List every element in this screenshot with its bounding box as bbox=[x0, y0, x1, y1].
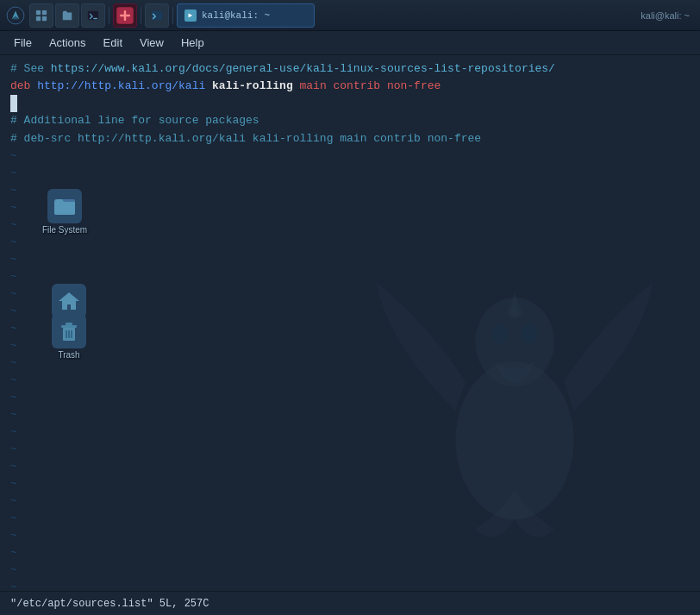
tilde-22: ~ bbox=[10, 510, 700, 527]
terminal-tab-icon: ▶ bbox=[184, 9, 197, 22]
svg-rect-2 bbox=[42, 9, 47, 14]
line2-url: http://http.kali.org/kali bbox=[37, 78, 212, 95]
line2-main: main contrib non-free bbox=[299, 78, 441, 95]
editor-content: # See https://www.kali.org/docs/general-… bbox=[0, 55, 700, 591]
tilde-16: ~ bbox=[10, 406, 700, 424]
tilde-8: ~ bbox=[10, 268, 700, 286]
tilde-11: ~ bbox=[10, 320, 700, 337]
tilde-26: ~ bbox=[10, 579, 700, 591]
dark-terminal-btn[interactable] bbox=[81, 3, 105, 28]
tilde-7: ~ bbox=[10, 251, 700, 268]
taskbar-sep-3 bbox=[172, 7, 173, 24]
tilde-20: ~ bbox=[10, 475, 700, 493]
red-icon-btn[interactable] bbox=[113, 3, 137, 28]
taskbar-right-label: kali@kali: ~ bbox=[641, 10, 697, 21]
tilde-1: ~ bbox=[10, 147, 700, 165]
editor-line-4: # Additional line for source packages bbox=[0, 112, 700, 129]
editor-line-3 bbox=[0, 95, 700, 112]
tilde-6: ~ bbox=[10, 234, 700, 251]
line2-kalirolling: kali-rolling bbox=[212, 78, 299, 95]
menu-view[interactable]: View bbox=[133, 34, 171, 52]
tilde-14: ~ bbox=[10, 372, 700, 389]
tilde-10: ~ bbox=[10, 303, 700, 320]
menu-edit[interactable]: Edit bbox=[97, 34, 129, 52]
tilde-4: ~ bbox=[10, 199, 700, 217]
tilde-25: ~ bbox=[10, 562, 700, 579]
tilde-21: ~ bbox=[10, 493, 700, 510]
tilde-19: ~ bbox=[10, 458, 700, 475]
editor-cursor bbox=[10, 95, 17, 112]
statusbar-text: "/etc/apt/sources.list" 5L, 257C bbox=[10, 598, 209, 610]
tilde-9: ~ bbox=[10, 286, 700, 303]
file-manager-btn[interactable] bbox=[55, 3, 79, 28]
tilde-12: ~ bbox=[10, 337, 700, 355]
kali-logo-icon[interactable] bbox=[3, 3, 28, 28]
menu-help[interactable]: Help bbox=[174, 34, 211, 52]
editor-line-5: # deb-src http://http.kali.org/kali kali… bbox=[0, 130, 700, 147]
svg-rect-1 bbox=[36, 9, 41, 14]
svg-rect-3 bbox=[36, 16, 41, 20]
tilde-3: ~ bbox=[10, 182, 700, 199]
svg-rect-4 bbox=[42, 16, 47, 20]
tilde-24: ~ bbox=[10, 544, 700, 562]
menubar: File Actions Edit View Help bbox=[0, 31, 700, 55]
line2-deb: deb bbox=[10, 78, 37, 95]
statusbar: "/etc/apt/sources.list" 5L, 257C bbox=[0, 591, 700, 615]
workspace-switcher-btn[interactable] bbox=[29, 3, 53, 28]
active-terminal-tab[interactable]: ▶ kali@kali: ~ bbox=[177, 3, 315, 28]
line1-url: https://www.kali.org/docs/general-use/ka… bbox=[51, 60, 555, 78]
taskbar: ▶ kali@kali: ~ kali@kali: ~ bbox=[0, 0, 700, 31]
tilde-15: ~ bbox=[10, 389, 700, 406]
line1-comment: # See bbox=[10, 60, 51, 78]
tilde-23: ~ bbox=[10, 527, 700, 544]
taskbar-sep-1 bbox=[109, 7, 109, 24]
tilde-2: ~ bbox=[10, 165, 700, 182]
line4-comment: # Additional line for source packages bbox=[10, 112, 259, 129]
tilde-18: ~ bbox=[10, 441, 700, 458]
tilde-5: ~ bbox=[10, 217, 700, 234]
editor-line-2: deb http://http.kali.org/kali kali-rolli… bbox=[0, 78, 700, 95]
terminal-tab-label: kali@kali: ~ bbox=[202, 10, 270, 21]
terminal-small-btn[interactable] bbox=[145, 3, 169, 28]
editor-line-1: # See https://www.kali.org/docs/general-… bbox=[0, 60, 700, 78]
tilde-lines: ~ ~ ~ ~ ~ ~ ~ ~ ~ ~ ~ ~ ~ ~ ~ ~ ~ ~ ~ ~ … bbox=[0, 147, 700, 591]
taskbar-sep-2 bbox=[141, 7, 141, 24]
tilde-17: ~ bbox=[10, 424, 700, 441]
menu-actions[interactable]: Actions bbox=[42, 34, 93, 52]
editor[interactable]: File System Home Trash # See https://www bbox=[0, 55, 700, 591]
tilde-13: ~ bbox=[10, 355, 700, 372]
menu-file[interactable]: File bbox=[7, 34, 39, 52]
line5-comment: # deb-src http://http.kali.org/kali kali… bbox=[10, 130, 481, 147]
